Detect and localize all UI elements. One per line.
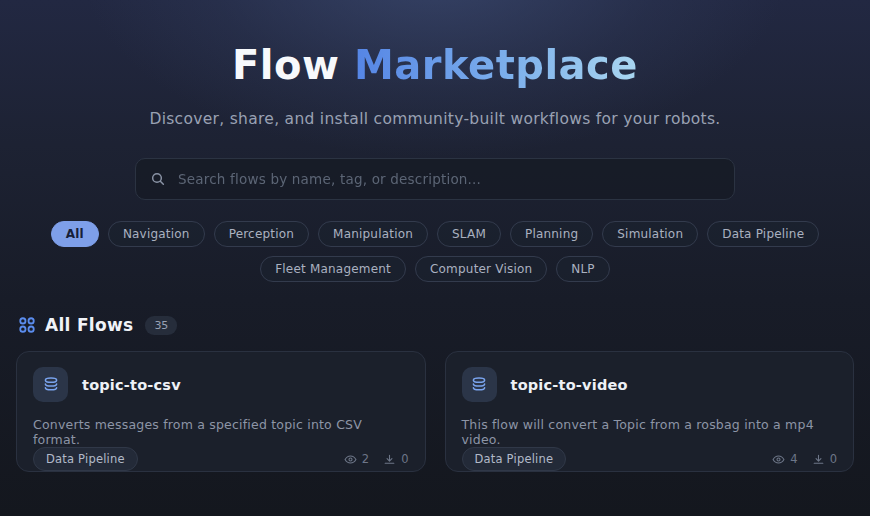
filter-pill-perception[interactable]: Perception	[214, 221, 309, 247]
views-count: 2	[362, 452, 369, 466]
filter-pill-fleet-management[interactable]: Fleet Management	[260, 256, 406, 282]
filter-pills: All Navigation Perception Manipulation S…	[0, 221, 870, 282]
downloads-stat: 0	[812, 452, 837, 466]
downloads-count: 0	[830, 452, 837, 466]
views-stat: 2	[344, 452, 369, 466]
flow-card-topic-to-csv[interactable]: topic-to-csv Converts messages from a sp…	[16, 351, 426, 472]
filter-pill-slam[interactable]: SLAM	[437, 221, 501, 247]
download-icon	[383, 453, 396, 466]
downloads-count: 0	[401, 452, 408, 466]
page-title-primary: Flow	[232, 42, 339, 88]
filter-row-2: Fleet Management Computer Vision NLP	[0, 256, 870, 282]
search-icon	[150, 171, 166, 187]
filter-pill-planning[interactable]: Planning	[510, 221, 593, 247]
grid-circles-icon	[18, 316, 36, 334]
database-icon	[462, 367, 497, 402]
search-bar[interactable]	[135, 158, 735, 200]
card-footer: Data Pipeline 2 0	[33, 447, 409, 471]
search-input[interactable]	[178, 171, 720, 187]
download-icon	[812, 453, 825, 466]
flow-stats: 4 0	[772, 452, 837, 466]
filter-pill-manipulation[interactable]: Manipulation	[318, 221, 428, 247]
flow-tag[interactable]: Data Pipeline	[462, 447, 567, 471]
filter-pill-simulation[interactable]: Simulation	[602, 221, 698, 247]
page-title-accent: Marketplace	[354, 42, 638, 88]
flow-card-grid: topic-to-csv Converts messages from a sp…	[16, 351, 854, 472]
views-count: 4	[790, 452, 797, 466]
flow-count-badge: 35	[145, 316, 177, 335]
card-header: topic-to-video	[462, 367, 838, 402]
flow-card-topic-to-video[interactable]: topic-to-video This flow will convert a …	[445, 351, 855, 472]
flow-title: topic-to-video	[511, 377, 628, 393]
views-stat: 4	[772, 452, 797, 466]
flow-tag[interactable]: Data Pipeline	[33, 447, 138, 471]
filter-pill-all[interactable]: All	[51, 221, 99, 247]
flow-marketplace-page: Flow Marketplace Discover, share, and in…	[0, 0, 870, 516]
filter-pill-computer-vision[interactable]: Computer Vision	[415, 256, 547, 282]
page-title: Flow Marketplace	[0, 42, 870, 88]
filter-pill-nlp[interactable]: NLP	[556, 256, 610, 282]
card-footer: Data Pipeline 4 0	[462, 447, 838, 471]
flow-title: topic-to-csv	[82, 377, 181, 393]
filter-row-1: All Navigation Perception Manipulation S…	[0, 221, 870, 247]
filter-pill-data-pipeline[interactable]: Data Pipeline	[707, 221, 819, 247]
hero-section: Flow Marketplace Discover, share, and in…	[0, 0, 870, 282]
flow-description: Converts messages from a specified topic…	[33, 417, 409, 447]
eye-icon	[772, 453, 785, 466]
eye-icon	[344, 453, 357, 466]
section-title: All Flows	[45, 315, 133, 335]
flow-description: This flow will convert a Topic from a ro…	[462, 417, 838, 447]
page-subtitle: Discover, share, and install community-b…	[0, 110, 870, 128]
flow-stats: 2 0	[344, 452, 409, 466]
card-header: topic-to-csv	[33, 367, 409, 402]
filter-pill-navigation[interactable]: Navigation	[108, 221, 205, 247]
database-icon	[33, 367, 68, 402]
downloads-stat: 0	[383, 452, 408, 466]
all-flows-header: All Flows 35	[18, 315, 854, 335]
